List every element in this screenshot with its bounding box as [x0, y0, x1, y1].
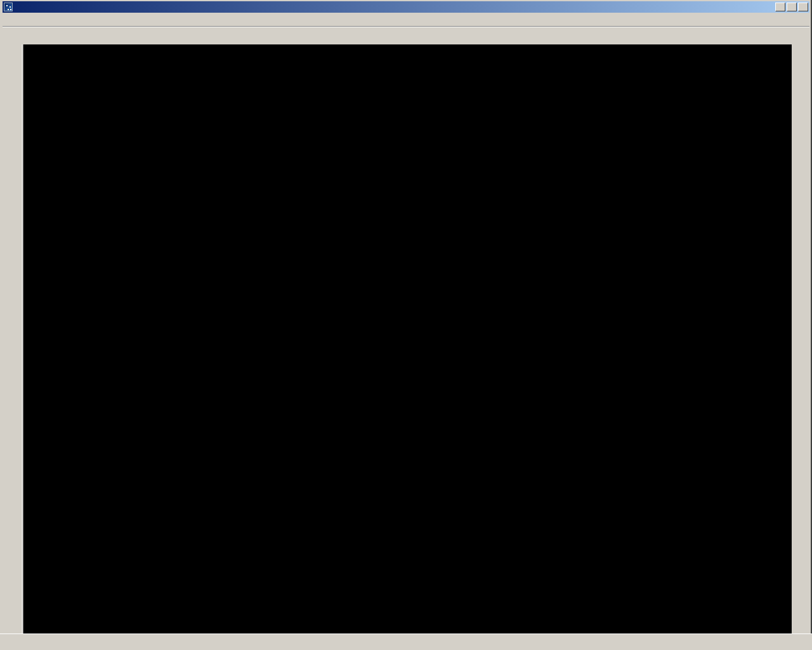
left-toolbar — [3, 44, 23, 633]
sky-chart-canvas[interactable] — [23, 44, 792, 633]
maximize-button[interactable] — [787, 3, 797, 11]
right-toolbar — [789, 44, 809, 633]
main-toolbar — [3, 27, 809, 44]
windows-taskbar — [0, 633, 812, 650]
title-bar[interactable] — [3, 1, 809, 13]
cartes-du-ciel-window — [0, 0, 812, 633]
close-button[interactable] — [798, 3, 808, 11]
menu-bar — [3, 13, 809, 27]
app-icon — [4, 3, 13, 11]
minimize-button[interactable] — [775, 3, 785, 11]
